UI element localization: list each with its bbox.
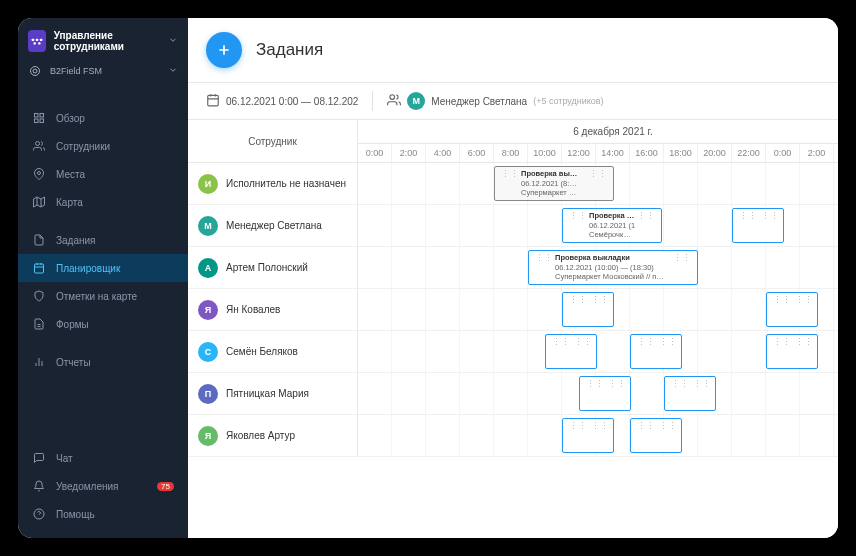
employee-cell[interactable]: ИИсполнитель не назначен — [188, 163, 358, 204]
hour-label: 6:00 — [460, 144, 494, 162]
task-card[interactable]: ⋮⋮Презе…06.12…Супер…⋮⋮ — [562, 418, 614, 453]
sidebar-item-label: Карта — [56, 197, 83, 208]
employee-cell[interactable]: ППятницкая Мария — [188, 373, 358, 414]
employee-filter[interactable]: М Менеджер Светлана (+5 сотрудников) — [387, 92, 603, 110]
svg-point-6 — [33, 69, 37, 73]
drag-handle-icon[interactable]: ⋮⋮ — [550, 337, 572, 366]
chat-icon — [32, 451, 46, 465]
add-task-button[interactable] — [206, 32, 242, 68]
sidebar-item-shield[interactable]: Отметки на карте — [18, 282, 188, 310]
drag-handle-icon[interactable]: ⋮⋮ — [657, 337, 679, 366]
org-selector[interactable]: B2Field FSM — [28, 64, 178, 78]
sidebar-item-notifications[interactable]: Уведомления 75 — [18, 472, 188, 500]
employee-cell[interactable]: ССемён Беляков — [188, 331, 358, 372]
nav: ОбзорСотрудникиМестаКартаЗаданияПланиров… — [18, 94, 188, 444]
drag-handle-icon[interactable]: ⋮⋮ — [671, 253, 693, 282]
pin-icon — [32, 167, 46, 181]
avatar: Я — [198, 300, 218, 320]
sidebar-item-map[interactable]: Карта — [18, 188, 188, 216]
svg-rect-4 — [38, 42, 40, 44]
svg-point-11 — [36, 142, 40, 146]
sidebar-item-label: Сотрудники — [56, 141, 110, 152]
employee-cell[interactable]: ЯЯковлев Артур — [188, 415, 358, 456]
date-range-picker[interactable]: 06.12.2021 0:00 — 08.12.202 — [206, 93, 358, 109]
svg-rect-9 — [40, 119, 44, 123]
drag-handle-icon[interactable]: ⋮⋮ — [657, 421, 679, 450]
scheduler-row: ААртем Полонский⋮⋮Проверка выкладки06.12… — [188, 247, 838, 289]
task-card[interactable]: ⋮⋮Про…06.12…Десят…⋮⋮ — [630, 418, 682, 453]
drag-handle-icon[interactable]: ⋮⋮ — [589, 295, 611, 324]
svg-rect-3 — [33, 42, 35, 44]
task-card[interactable]: ⋮⋮Про…06.12…Азбук…⋮⋮ — [664, 376, 716, 411]
sidebar-item-doc[interactable]: Задания — [18, 226, 188, 254]
sidebar-item-chat[interactable]: Чат — [18, 444, 188, 472]
drag-handle-icon[interactable]: ⋮⋮ — [635, 337, 657, 366]
timeline[interactable]: ⋮⋮Проверка вы…06.12.2021 (8:…Супермаркет… — [358, 163, 838, 204]
drag-handle-icon[interactable]: ⋮⋮ — [587, 169, 609, 198]
form-icon — [32, 317, 46, 331]
drag-handle-icon[interactable]: ⋮⋮ — [669, 379, 691, 408]
employee-cell[interactable]: ММенеджер Светлана — [188, 205, 358, 246]
svg-marker-13 — [34, 197, 45, 207]
org-name: B2Field FSM — [50, 66, 102, 76]
hour-label: 0:00 — [358, 144, 392, 162]
sidebar-item-calendar[interactable]: Планировщик — [18, 254, 188, 282]
avatar: М — [407, 92, 425, 110]
drag-handle-icon[interactable]: ⋮⋮ — [584, 379, 606, 408]
drag-handle-icon[interactable]: ⋮⋮ — [737, 211, 759, 240]
sidebar-item-users[interactable]: Сотрудники — [18, 132, 188, 160]
sidebar-item-help[interactable]: Помощь — [18, 500, 188, 528]
task-card[interactable]: ⋮⋮Встре…07.12…Супер…⋮⋮ — [766, 292, 818, 327]
drag-handle-icon[interactable]: ⋮⋮ — [771, 337, 793, 366]
employee-cell[interactable]: ЯЯн Ковалев — [188, 289, 358, 330]
timeline[interactable]: ⋮⋮Проверка выкладки06.12.2021 (10:00) — … — [358, 247, 838, 288]
drag-handle-icon[interactable]: ⋮⋮ — [567, 295, 589, 324]
hour-label: 20:00 — [698, 144, 732, 162]
timeline[interactable]: ⋮⋮Про…06.12…Мага…⋮⋮⋮⋮Встре…07.12…Супер…⋮… — [358, 289, 838, 330]
drag-handle-icon[interactable]: ⋮⋮ — [606, 379, 628, 408]
drag-handle-icon[interactable]: ⋮⋮ — [793, 295, 815, 324]
task-location: Семёрочка // … — [589, 230, 635, 240]
hour-label: 18:00 — [664, 144, 698, 162]
timeline[interactable]: ⋮⋮Встре…06.12…Семё…⋮⋮⋮⋮Про…06.12…Азбук…⋮… — [358, 373, 838, 414]
timeline[interactable]: ⋮⋮Проверка вы…06.12.2021 (1…Семёрочка //… — [358, 205, 838, 246]
toolbar: 06.12.2021 0:00 — 08.12.202 М Менеджер С… — [188, 82, 838, 120]
sidebar-item-form[interactable]: Формы — [18, 310, 188, 338]
drag-handle-icon[interactable]: ⋮⋮ — [691, 379, 713, 408]
task-card[interactable]: ⋮⋮Пре…07.12…Супер…⋮⋮ — [766, 334, 818, 369]
timeline[interactable]: ⋮⋮Прове…06.12…Азбук…⋮⋮⋮⋮Про…06.12…Семё…⋮… — [358, 331, 838, 372]
sidebar-item-pin[interactable]: Места — [18, 160, 188, 188]
bell-icon — [32, 479, 46, 493]
brand-selector[interactable]: Управление сотрудниками — [28, 30, 178, 52]
timeline[interactable]: ⋮⋮Презе…06.12…Супер…⋮⋮⋮⋮Про…06.12…Десят…… — [358, 415, 838, 456]
hour-label: 14:00 — [596, 144, 630, 162]
drag-handle-icon[interactable]: ⋮⋮ — [759, 211, 781, 240]
drag-handle-icon[interactable]: ⋮⋮ — [793, 337, 815, 366]
employee-cell[interactable]: ААртем Полонский — [188, 247, 358, 288]
sidebar-item-report[interactable]: Отчеты — [18, 348, 188, 376]
drag-handle-icon[interactable]: ⋮⋮ — [567, 421, 589, 450]
drag-handle-icon[interactable]: ⋮⋮ — [771, 295, 793, 324]
drag-handle-icon[interactable]: ⋮⋮ — [589, 421, 611, 450]
sidebar-item-label: Обзор — [56, 113, 85, 124]
task-card[interactable]: ⋮⋮Проверка выкладки06.12.2021 (10:00) — … — [528, 250, 698, 285]
svg-rect-10 — [35, 119, 39, 123]
task-card[interactable]: ⋮⋮Прове…06.12…Азбук…⋮⋮ — [545, 334, 597, 369]
drag-handle-icon[interactable]: ⋮⋮ — [572, 337, 594, 366]
shield-icon — [32, 289, 46, 303]
drag-handle-icon[interactable]: ⋮⋮ — [567, 211, 589, 240]
manager-name: Менеджер Светлана — [431, 96, 527, 107]
task-card[interactable]: ⋮⋮Встре…06.12…Семё…⋮⋮ — [579, 376, 631, 411]
task-card[interactable]: ⋮⋮Про…06.12…Семё…⋮⋮ — [630, 334, 682, 369]
task-card[interactable]: ⋮⋮Про…06.12…Мага…⋮⋮ — [562, 292, 614, 327]
drag-handle-icon[interactable]: ⋮⋮ — [533, 253, 555, 282]
drag-handle-icon[interactable]: ⋮⋮ — [635, 421, 657, 450]
scheduler-row: ЯЯн Ковалев⋮⋮Про…06.12…Мага…⋮⋮⋮⋮Встре…07… — [188, 289, 838, 331]
notifications-badge: 75 — [157, 482, 174, 491]
task-card[interactable]: ⋮⋮Проверка вы…06.12.2021 (8:…Супермаркет… — [494, 166, 614, 201]
task-card[interactable]: ⋮⋮Встре…06.12…Мага…⋮⋮ — [732, 208, 784, 243]
sidebar-item-grid[interactable]: Обзор — [18, 104, 188, 132]
task-card[interactable]: ⋮⋮Проверка вы…06.12.2021 (1…Семёрочка //… — [562, 208, 662, 243]
drag-handle-icon[interactable]: ⋮⋮ — [499, 169, 521, 198]
drag-handle-icon[interactable]: ⋮⋮ — [635, 211, 657, 240]
